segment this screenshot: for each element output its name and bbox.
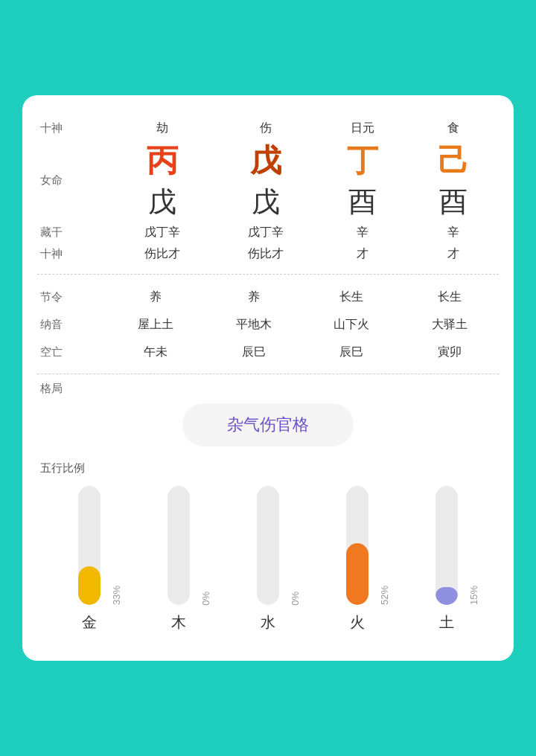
ny-4: 大驿土 bbox=[401, 311, 499, 339]
stem-4: 己 bbox=[408, 142, 499, 179]
pct-shui: 0% bbox=[290, 592, 300, 606]
stem-2: 戊 bbox=[214, 142, 318, 179]
bar-mu: 0% bbox=[168, 486, 190, 605]
shishen2-4: 才 bbox=[408, 243, 499, 265]
bar-fill-jin bbox=[78, 566, 100, 606]
kw-2: 辰巳 bbox=[205, 339, 303, 366]
shishen2-label: 十神 bbox=[37, 243, 111, 265]
shishen2-3: 才 bbox=[318, 243, 409, 265]
shishen-riyuan: 日元 bbox=[318, 118, 409, 139]
main-card: 十神 劫 伤 日元 食 女命 丙 戊 丁 己 戊 戊 酉 酉 藏干 戊丁辛 戊丁… bbox=[22, 95, 514, 662]
wuxing-name-shui: 水 bbox=[261, 612, 275, 632]
bar-tu: 15% bbox=[436, 486, 458, 605]
wuxing-tu: 15% 土 bbox=[417, 486, 476, 632]
divider-2 bbox=[37, 374, 499, 374]
wuxing-bars: 33% 金 0% 木 0% 水 bbox=[37, 486, 499, 632]
zanggan-1: 戊丁辛 bbox=[111, 222, 214, 243]
wuxing-name-tu: 土 bbox=[439, 612, 454, 632]
kw-3: 辰巳 bbox=[303, 339, 401, 366]
stem-3: 丁 bbox=[318, 142, 409, 179]
ny-1: 屋上土 bbox=[106, 311, 205, 339]
bar-fill-tu bbox=[436, 587, 458, 605]
shishen2-2: 伤比才 bbox=[214, 243, 318, 265]
bar-huo: 52% bbox=[346, 486, 368, 605]
kw-1: 午未 bbox=[106, 339, 205, 366]
shishen-shi: 食 bbox=[408, 118, 499, 139]
zanggan-2: 戊丁辛 bbox=[214, 222, 318, 243]
branch-2: 戊 bbox=[214, 185, 318, 220]
nüming-label: 女命 bbox=[37, 139, 111, 222]
nayin-label: 纳音 bbox=[37, 311, 106, 339]
zanggan-3: 辛 bbox=[318, 222, 409, 243]
divider-1 bbox=[37, 274, 499, 275]
kongwang-label: 空亡 bbox=[37, 339, 106, 366]
ny-3: 山下火 bbox=[303, 311, 401, 339]
jl-1: 养 bbox=[106, 284, 205, 311]
pct-mu: 0% bbox=[201, 592, 211, 606]
wuxing-mu: 0% 木 bbox=[149, 486, 208, 632]
shishen2-1: 伤比才 bbox=[111, 243, 214, 265]
branch-4: 酉 bbox=[408, 185, 499, 220]
wuxing-name-jin: 金 bbox=[82, 612, 97, 632]
wuxing-label: 五行比例 bbox=[37, 461, 499, 475]
kw-4: 寅卯 bbox=[401, 339, 499, 366]
jl-3: 长生 bbox=[303, 284, 401, 311]
wuxing-huo: 52% 火 bbox=[328, 486, 387, 632]
bar-shui: 0% bbox=[257, 486, 279, 605]
jielingling-label: 节令 bbox=[37, 284, 106, 311]
geju-button[interactable]: 杂气伤官格 bbox=[182, 403, 354, 446]
bar-fill-huo bbox=[346, 543, 368, 605]
ny-2: 平地木 bbox=[205, 311, 303, 339]
bar-jin: 33% bbox=[78, 486, 100, 605]
geju-label: 格局 bbox=[37, 382, 499, 396]
zanggan-4: 辛 bbox=[408, 222, 499, 243]
branch-1: 戊 bbox=[111, 185, 214, 220]
stem-1: 丙 bbox=[111, 142, 214, 179]
wuxing-name-mu: 木 bbox=[171, 612, 186, 632]
pct-tu: 15% bbox=[469, 586, 479, 605]
wuxing-jin: 33% 金 bbox=[60, 486, 119, 632]
zanggan-label: 藏干 bbox=[37, 222, 111, 243]
wuxing-name-huo: 火 bbox=[350, 612, 365, 632]
jl-4: 长生 bbox=[401, 284, 499, 311]
jl-2: 养 bbox=[205, 284, 303, 311]
wuxing-shui: 0% 水 bbox=[238, 486, 298, 632]
shishen-label: 十神 bbox=[37, 118, 111, 139]
shishen-shang: 伤 bbox=[214, 118, 318, 139]
pct-jin: 33% bbox=[112, 586, 121, 605]
shishen-jie: 劫 bbox=[111, 118, 214, 139]
info-table: 节令 养 养 长生 长生 纳音 屋上土 平地木 山下火 大驿土 空亡 午未 辰巳… bbox=[37, 284, 499, 366]
pct-huo: 52% bbox=[380, 586, 389, 605]
branch-3: 酉 bbox=[318, 185, 409, 220]
bazi-table: 十神 劫 伤 日元 食 女命 丙 戊 丁 己 戊 戊 酉 酉 藏干 戊丁辛 戊丁… bbox=[37, 118, 499, 266]
